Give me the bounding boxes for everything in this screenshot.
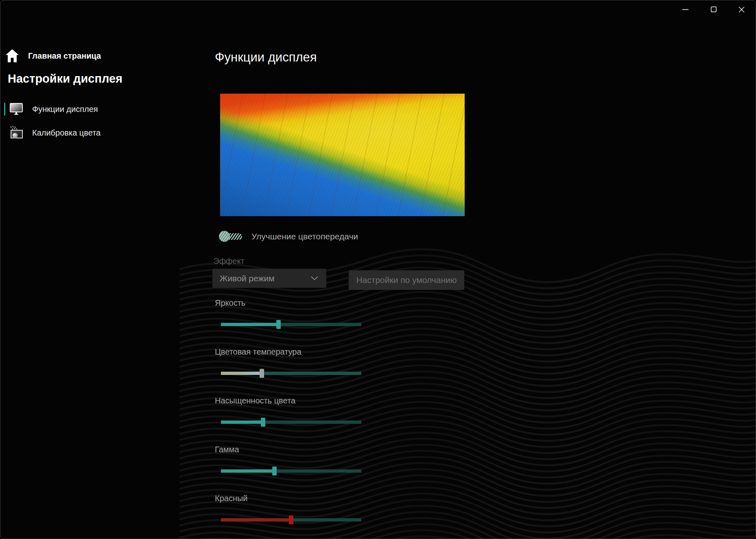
color-temperature-slider[interactable] <box>221 369 361 378</box>
page-title: Функции дисплея <box>215 50 317 65</box>
minimize-icon <box>682 9 688 10</box>
slider-fill <box>221 518 291 521</box>
selected-accent-bar <box>4 103 5 116</box>
close-button[interactable] <box>728 0 756 18</box>
effect-dropdown-value: Живой режим <box>220 274 311 283</box>
sidebar-section-title: Настройки дисплея <box>8 72 122 85</box>
sidebar-item-label: Функции дисплея <box>32 105 98 114</box>
slider-thumb[interactable] <box>260 369 264 378</box>
app-window: Главная страница Настройки дисплея Функц… <box>0 0 756 539</box>
slider-label-brightness: Яркость <box>215 298 365 308</box>
saturation-slider[interactable] <box>221 418 361 427</box>
defaults-button[interactable]: Настройки по умолчанию <box>349 270 464 290</box>
red-slider[interactable] <box>221 515 361 524</box>
slider-label-gamma: Гамма <box>215 444 365 455</box>
home-icon <box>5 48 19 63</box>
slider-label-red: Красный <box>215 493 365 504</box>
slider-fill <box>221 372 262 375</box>
slider-thumb[interactable] <box>276 320 281 329</box>
slider-label-color-temperature: Цветовая температура <box>215 346 365 357</box>
chevron-down-icon <box>311 276 318 280</box>
effect-dropdown[interactable]: Живой режим <box>212 269 326 288</box>
brightness-slider[interactable] <box>221 320 361 329</box>
monitor-icon <box>9 102 23 116</box>
accent-bar-placeholder <box>4 126 5 139</box>
close-icon <box>739 7 745 13</box>
slider-fill <box>221 421 263 424</box>
sidebar-item-label: Калибровка цвета <box>32 128 101 138</box>
color-enhance-toggle-label: Улучшение цветопередачи <box>251 232 358 241</box>
minimize-button[interactable] <box>671 0 699 18</box>
saturation-group: Насыщенность цвета <box>215 395 365 432</box>
home-label: Главная страница <box>28 51 101 61</box>
slider-fill <box>221 323 278 326</box>
slider-fill <box>221 469 274 473</box>
titlebar <box>671 0 756 20</box>
color-temperature-group: Цветовая температура <box>215 346 365 383</box>
slider-thumb[interactable] <box>261 418 265 427</box>
maximize-icon <box>711 7 717 12</box>
brightness-group: Яркость <box>215 298 365 334</box>
slider-thumb[interactable] <box>272 467 277 475</box>
sidebar-item-color-calibration[interactable]: Калибровка цвета <box>0 125 101 141</box>
slider-thumb[interactable] <box>289 515 293 524</box>
toggle-knob <box>219 231 230 242</box>
sidebar-item-display-functions[interactable]: Функции дисплея <box>0 101 98 117</box>
gamma-slider[interactable] <box>221 467 361 475</box>
red-group: Красный <box>215 493 365 530</box>
parrot-feathers-preview <box>220 94 465 216</box>
maximize-button[interactable] <box>699 0 728 18</box>
color-enhance-toggle[interactable] <box>219 231 242 242</box>
slider-label-saturation: Насыщенность цвета <box>215 395 365 406</box>
gamma-group: Гамма <box>215 444 365 481</box>
color-calibration-icon <box>9 125 23 140</box>
sidebar-item-home[interactable]: Главная страница <box>5 48 101 63</box>
effect-label: Эффект <box>213 256 245 266</box>
